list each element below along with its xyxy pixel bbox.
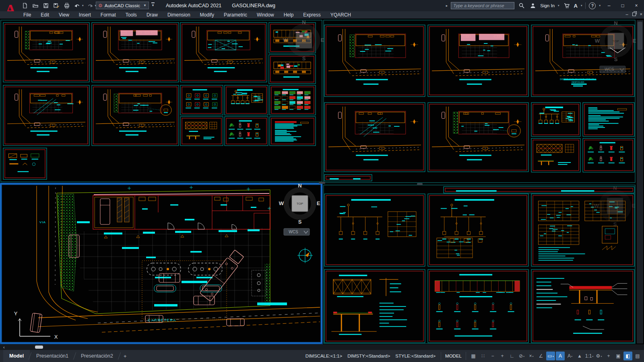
tab-model[interactable]: Model	[3, 350, 30, 362]
help-caret[interactable]: ▾	[599, 4, 601, 7]
menu-item-express[interactable]: Express	[298, 11, 325, 19]
model-space-canvas[interactable]: DISTRIBUCION DE COMBUSTIBLES YDESFOGUESN…	[0, 19, 644, 344]
menu-item-help[interactable]: Help	[279, 11, 299, 19]
workspace-label: AutoCAD Classic	[105, 3, 140, 8]
sheet-scheduleLines	[583, 103, 634, 136]
doc-minimize-button[interactable]: –	[625, 12, 628, 16]
open-folder-button[interactable]	[31, 2, 39, 10]
svg-text:S: S	[302, 56, 306, 62]
sign-in-caret[interactable]: ▾	[558, 4, 559, 7]
new-file-button[interactable]	[21, 2, 29, 10]
viewcube[interactable]: NSWETOP	[283, 19, 324, 62]
ortho-mode-icon[interactable]: ∟	[508, 352, 516, 360]
tab-presentación1[interactable]: Presentación1	[30, 350, 74, 362]
sign-in-button[interactable]: Sign In	[540, 3, 555, 8]
annotation-monitor-icon[interactable]: +	[604, 352, 613, 360]
window-title: Autodesk AutoCAD 2021 GASOLINERA.dwg	[166, 0, 275, 11]
svg-text:E: E	[633, 38, 636, 44]
workspace-dropdown[interactable]: ⚙ AutoCAD Classic ▼	[96, 2, 149, 9]
svg-text:S: S	[614, 56, 618, 62]
svg-text:S: S	[298, 219, 302, 225]
menu-item-draw[interactable]: Draw	[142, 11, 163, 19]
viewport-top-left[interactable]	[1, 20, 322, 182]
isometric-drafting-icon[interactable]: ×▾	[527, 352, 536, 360]
wcs-dropdown[interactable]: WCS	[284, 228, 310, 235]
scale-value[interactable]: 1:1▾	[585, 352, 594, 360]
snap-mode-icon[interactable]: ∷	[479, 352, 487, 360]
annotation-scale-icon[interactable]: ▲	[575, 352, 584, 360]
undo-caret[interactable]: ▾	[82, 4, 84, 7]
viewcube[interactable]: NSWETOP	[279, 183, 320, 225]
zoom-in-icon[interactable]: +	[498, 352, 507, 360]
tab-presentación2[interactable]: Presentación2	[75, 350, 119, 362]
drawing-area[interactable]: DISTRIBUCION DE COMBUSTIBLES YDESFOGUESN…	[0, 19, 644, 344]
add-layout-button[interactable]: +	[120, 353, 131, 359]
plot-button[interactable]	[63, 2, 71, 10]
sheet-site	[3, 23, 89, 82]
sheet-electrical2	[428, 194, 528, 266]
sheet-lattice	[180, 117, 223, 146]
menu-item-parametric[interactable]: Parametric	[219, 11, 252, 19]
svg-text:W: W	[283, 37, 288, 43]
menu-item-yqarch[interactable]: YQARCH	[326, 11, 356, 19]
save-as-button[interactable]	[52, 2, 60, 10]
redo-button[interactable]	[86, 2, 94, 10]
annotation-visibility-icon[interactable]: A	[556, 352, 565, 360]
doc-close-button[interactable]: ×	[640, 12, 642, 16]
model-space-toggle[interactable]: MODEL	[441, 352, 466, 360]
infocenter-collapse-arrow[interactable]: ▸	[446, 4, 448, 8]
menu-item-dimension[interactable]: Dimension	[163, 11, 195, 19]
help-icon[interactable]: ?	[589, 2, 596, 9]
app-title: Autodesk AutoCAD 2021	[166, 3, 221, 8]
autodesk-app-icon[interactable]: A	[574, 3, 578, 9]
grid-display-icon[interactable]: ▦	[469, 352, 478, 360]
svg-text:DISTRIBUCION DE COMBUSTIBLES Y: DISTRIBUCION DE COMBUSTIBLES Y	[560, 78, 596, 80]
polar-tracking-icon[interactable]: ⊘▾	[517, 352, 526, 360]
autoscale-icon[interactable]: A▾	[566, 352, 574, 360]
search-icon[interactable]	[518, 2, 526, 10]
workspace-gear-icon[interactable]: ⚙▾	[594, 352, 603, 360]
wcs-dropdown[interactable]: WCS	[600, 66, 625, 73]
dynamic-input-icon[interactable]: ▭▾	[546, 352, 555, 360]
menu-item-modify[interactable]: Modify	[195, 11, 219, 19]
sheet-lattice	[531, 138, 580, 172]
menu-item-tools[interactable]: Tools	[121, 11, 142, 19]
horizontal-scrollbar[interactable]: ‹	[0, 344, 644, 350]
close-button[interactable]: ×	[631, 1, 642, 10]
sheet-truss	[324, 269, 425, 343]
viewport-top-right[interactable]	[324, 20, 635, 183]
object-snap-tracking-icon[interactable]: ∠	[537, 352, 545, 360]
workspace-customize-button[interactable]: ▼	[151, 2, 155, 8]
sheet-misc	[3, 148, 47, 179]
save-button[interactable]	[42, 2, 50, 10]
search-input[interactable]	[451, 2, 514, 9]
undo-button[interactable]	[73, 2, 81, 10]
clean-screen-icon[interactable]: ▤	[633, 352, 642, 360]
menu-item-insert[interactable]: Insert	[74, 11, 96, 19]
sheet-site	[324, 25, 425, 97]
svg-text:W: W	[595, 38, 600, 44]
scrollbar-thumb[interactable]	[35, 346, 43, 349]
quick-access-toolbar: ▾ ▾	[21, 1, 96, 10]
sheet-electricalMini	[225, 85, 268, 115]
menu-item-format[interactable]: Format	[96, 11, 121, 19]
menu-item-file[interactable]: File	[19, 11, 36, 19]
scroll-left-icon[interactable]: ‹	[3, 344, 5, 350]
layout-tabs: ModelPresentación1Presentación2+	[0, 350, 131, 362]
menu-item-edit[interactable]: Edit	[36, 11, 54, 19]
user-icon	[529, 2, 537, 10]
svg-text:X: X	[54, 334, 58, 340]
svg-text:N: N	[302, 19, 305, 25]
maximize-button[interactable]: □	[617, 1, 628, 10]
svg-text:WCS: WCS	[289, 230, 298, 234]
zoom-out-icon[interactable]: −	[488, 352, 497, 360]
units-icon[interactable]: ▣	[614, 352, 623, 360]
svg-text:Y: Y	[14, 311, 18, 317]
minimize-button[interactable]: –	[604, 1, 614, 10]
menu-item-view[interactable]: View	[54, 11, 74, 19]
app-store-cart-icon[interactable]	[563, 2, 571, 10]
quick-properties-icon[interactable]: ◧	[623, 352, 632, 360]
doc-restore-button[interactable]	[632, 12, 636, 16]
autodesk-app-caret[interactable]: ▾	[581, 4, 582, 7]
menu-item-window[interactable]: Window	[252, 11, 279, 19]
